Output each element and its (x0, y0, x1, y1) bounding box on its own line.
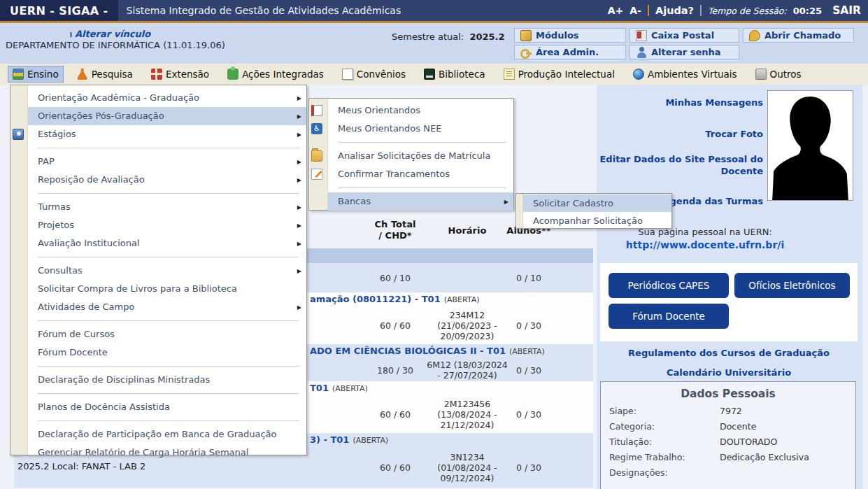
semester-label: Semestre atual: (392, 31, 464, 42)
menubar-item-pesquisa[interactable]: Pesquisa (73, 66, 137, 82)
menu-item-label: Fórum de Cursos (38, 329, 115, 339)
change-bond-link[interactable]: Alterar vínculo (75, 29, 150, 39)
personal-data-value: 7972 (720, 406, 742, 416)
menu-item-planos-de-docencia-assistida[interactable]: Planos de Docência Assistida (28, 398, 306, 416)
personal-data-label: Designações: (609, 467, 668, 478)
course-link[interactable]: T01(ABERTA) (310, 383, 368, 393)
course-status: (ABERTA) (509, 347, 545, 356)
button-label: Área Admin. (536, 47, 599, 57)
personal-data-value: Dedicação Exclusiva (720, 452, 809, 462)
menu-separator (38, 148, 299, 148)
alterar-senha-button[interactable]: Alterar senha (629, 45, 739, 59)
submenu-arrow-icon: ▶ (297, 199, 301, 217)
menu-item-forum-de-cursos[interactable]: Fórum de Cursos (28, 325, 306, 343)
menubar-item-biblioteca[interactable]: Biblioteca (420, 66, 490, 82)
menu-item-turmas[interactable]: Turmas▶ (28, 198, 306, 216)
menu-item-acompanhar-solicitacao[interactable]: Acompanhar Solicitação (523, 212, 671, 229)
change-bond-icon (70, 32, 72, 37)
menu-item-forum-docente[interactable]: Fórum Docente (28, 343, 306, 362)
button-label: Alterar senha (651, 47, 721, 57)
menubar-item-acoes-integradas[interactable]: Ações Integradas (223, 66, 328, 82)
menubar-item-ensino[interactable]: Ensino (8, 66, 63, 82)
menu-item-label: Consultas (38, 265, 83, 276)
course-link[interactable]: ADO EM CIÊNCIAS BIOLÓGICAS II - T01(ABER… (310, 346, 545, 356)
mailbox-icon (636, 30, 647, 41)
menubar-item-label: Convênios (357, 69, 406, 80)
key-icon (520, 47, 532, 58)
forum-docente-button[interactable]: Fórum Docente (609, 304, 729, 329)
menu-item-confirmar-trancamentos[interactable]: Confirmar Trancamentos (328, 165, 513, 183)
submenu-arrow-icon: ▶ (297, 171, 301, 190)
submenu-arrow-icon: ▶ (297, 262, 301, 281)
menu-item-orientacoes-pos-graduacao[interactable]: Orientações Pós-Graduação▶ (28, 107, 306, 125)
right-sidebar: Minhas MensagensTrocar FotoEditar Dados … (597, 85, 862, 489)
topbar-controls: A+ A- Ajuda? Tempo de Sessão: 00:25 SAIR (608, 4, 868, 17)
menu-item-estagios[interactable]: Estágios▶ (28, 125, 306, 143)
menu-item-bancas[interactable]: Bancas▶ (328, 192, 513, 211)
menubar-item-ambientes-virtuais[interactable]: Ambientes Virtuais (629, 66, 741, 82)
help-link[interactable]: Ajuda? (655, 5, 694, 16)
course-link[interactable]: 3) - T01(ABERTA) (310, 434, 388, 445)
oficios-eletronicos-button[interactable]: Ofícios Eletrônicos (734, 273, 850, 298)
session-timer-label: Tempo de Sessão: (708, 6, 787, 16)
menu-item-orientacao-academica-graduacao[interactable]: Orientação Acadêmica - Graduação▶ (28, 89, 306, 107)
menubar-item-label: Pesquisa (92, 69, 133, 80)
brand-logo[interactable]: UERN - SIGAA - (0, 0, 118, 21)
menu-bar: EnsinoPesquisaExtensãoAções IntegradasCo… (0, 64, 868, 85)
menubar-item-outros[interactable]: Outros (751, 66, 806, 82)
course-link[interactable]: amação (08011221) - T01(ABERTA) (310, 294, 480, 304)
bancas-submenu: Solicitar CadastroAcompanhar Solicitação (515, 193, 672, 229)
menu-item-meus-orientandos-nee[interactable]: Meus Orientandos NEE (328, 120, 513, 138)
submenu-arrow-icon: ▶ (504, 193, 508, 211)
session-timer-value: 00:25 (793, 6, 822, 16)
menu-item-label: Meus Orientandos (338, 105, 420, 115)
menu-separator (38, 193, 299, 194)
menu-item-reposicao-de-avaliacao[interactable]: Reposição de Avaliação▶ (28, 171, 306, 189)
menu-item-declaracao-de-disciplinas-ministradas[interactable]: Declaração de Disciplinas Ministradas (28, 371, 306, 389)
modulos-button[interactable]: Módulos (514, 28, 626, 43)
calendar-link[interactable]: Calendário Universitário (597, 367, 861, 378)
editar-dados-do-site-pessoal-do-docente-link[interactable]: Editar Dados do Site Pessoal do Docente (597, 153, 763, 177)
menubar-item-producao-intelectual[interactable]: Produção Intelectual (499, 66, 619, 82)
periodicos-capes-button[interactable]: Periódicos CAPES (609, 273, 729, 298)
menu-item-gerenciar-relatorio-de-carga-horaria-semanal[interactable]: Gerenciar Relatório de Carga Horária Sem… (28, 444, 306, 462)
menubar-item-convenios[interactable]: Convênios (338, 66, 410, 82)
caixa-postal-button[interactable]: Caixa Postal (629, 28, 739, 43)
menu-item-meus-orientandos[interactable]: Meus Orientandos (328, 101, 513, 120)
menu-item-analisar-solicitacoes-de-matricula[interactable]: Analisar Solicitações de Matrícula (328, 147, 513, 165)
logout-button[interactable]: SAIR (832, 4, 861, 17)
extension-icon (151, 69, 162, 80)
regulation-link[interactable]: Regulamento dos Cursos de Graduação (597, 348, 861, 358)
menu-item-atividades-de-campo[interactable]: Atividades de Campo▶ (28, 298, 306, 316)
trocar-foto-link[interactable]: Trocar Foto (597, 128, 763, 140)
folder-icon (311, 150, 322, 162)
alunos-value: 0 / 30 (494, 409, 564, 420)
menu-item-solicitar-compra-de-livros-para-a-biblioteca[interactable]: Solicitar Compra de Livros para a Biblio… (28, 280, 306, 298)
menu-separator (38, 320, 299, 321)
personal-page-link[interactable]: http://www.docente.ufrn.br/i (597, 239, 813, 250)
menu-item-solicitar-cadastro[interactable]: Solicitar Cadastro (523, 194, 671, 212)
font-decrease-button[interactable]: A- (629, 5, 641, 16)
flask-icon (77, 69, 88, 80)
menu-separator (38, 393, 299, 394)
menu-item-avaliacao-institucional[interactable]: Avaliação Institucional▶ (28, 234, 306, 253)
menu-item-pap[interactable]: PAP▶ (28, 153, 306, 171)
menu-item-projetos[interactable]: Projetos▶ (28, 216, 306, 234)
menu-separator (338, 142, 506, 143)
ensino-dropdown-menu: Orientação Acadêmica - Graduação▶Orienta… (10, 85, 307, 455)
menubar-item-label: Ações Integradas (242, 69, 324, 80)
menu-item-declaracao-de-participacao-em-banca-de-graduacao[interactable]: Declaração de Participação em Banca de G… (28, 425, 306, 444)
minhas-mensagens-link[interactable]: Minhas Mensagens (597, 97, 763, 108)
box-icon (755, 69, 767, 80)
menubar-item-extensao[interactable]: Extensão (147, 66, 213, 82)
menu-item-label: Declaração de Participação em Banca de G… (38, 429, 277, 439)
menu-item-label: Bancas (338, 196, 371, 206)
quick-access-buttons: MódulosCaixa PostalAbrir ChamadoÁrea Adm… (514, 28, 860, 62)
menu-item-label: Atividades de Campo (38, 302, 134, 312)
area-admin-button[interactable]: Área Admin. (514, 45, 626, 59)
abrir-chamado-button[interactable]: Abrir Chamado (743, 28, 854, 43)
menu-item-consultas[interactable]: Consultas▶ (28, 262, 306, 280)
person-silhouette-icon (768, 91, 853, 200)
personal-data-label: Siape: (609, 406, 636, 416)
font-increase-button[interactable]: A+ (608, 5, 624, 16)
